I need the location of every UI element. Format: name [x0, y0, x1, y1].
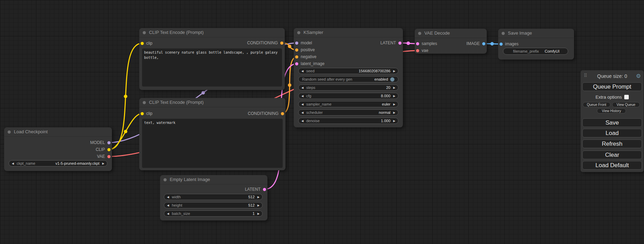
- clip-link-positive-midpoint-dot: [124, 95, 127, 98]
- node-save-image[interactable]: Save Image images filename_prefixComfyUI: [498, 29, 574, 60]
- input-slot-model[interactable]: model: [294, 40, 312, 45]
- denoise-widget[interactable]: ◀denoise1.000▶: [298, 118, 398, 124]
- input-slot-negative[interactable]: negative: [294, 54, 316, 59]
- clear-button[interactable]: Clear: [582, 151, 642, 159]
- image-port-icon[interactable]: [482, 42, 485, 45]
- comfyui-canvas[interactable]: { "colors": { "model": "#B39DDB", "clip"…: [0, 0, 644, 244]
- decrement-arrow-icon[interactable]: ◀: [9, 162, 17, 165]
- negative-prompt-textarea[interactable]: text, watermark: [142, 119, 283, 168]
- view-queue-button[interactable]: View Queue: [612, 102, 640, 107]
- cfg-widget[interactable]: ◀cfg8.000▶: [298, 93, 398, 99]
- queue-front-button[interactable]: Queue Front: [583, 102, 610, 107]
- input-slot-clip[interactable]: clip: [139, 111, 152, 116]
- decrement-arrow-icon[interactable]: ◀: [299, 111, 306, 114]
- load-button[interactable]: Load: [582, 129, 642, 137]
- increment-arrow-icon[interactable]: ▶: [390, 111, 398, 114]
- output-slot-latent[interactable]: LATENT: [380, 40, 403, 45]
- input-slot-positive[interactable]: positive: [294, 47, 315, 52]
- increment-arrow-icon[interactable]: ▶: [99, 162, 107, 165]
- increment-arrow-icon[interactable]: ▶: [390, 70, 398, 73]
- width-widget[interactable]: ◀width512▶: [164, 194, 263, 200]
- node-empty-latent-image[interactable]: Empty Latent Image LATENT ◀width512▶ ◀he…: [160, 175, 267, 220]
- filename-prefix-widget[interactable]: filename_prefixComfyUI: [503, 48, 568, 55]
- batch-size-widget[interactable]: ◀batch_size1▶: [164, 210, 263, 217]
- increment-arrow-icon[interactable]: ▶: [255, 204, 262, 207]
- ckpt-name-widget[interactable]: ◀ckpt_namev1-5-pruned-emaonly.ckpt▶: [9, 160, 107, 166]
- conditioning-port-icon[interactable]: [280, 42, 283, 45]
- increment-arrow-icon[interactable]: ▶: [390, 119, 398, 123]
- collapse-dot-icon[interactable]: [502, 32, 505, 35]
- conditioning-port-icon[interactable]: [281, 112, 284, 115]
- latent-port-icon[interactable]: [295, 62, 298, 65]
- seed-widget[interactable]: ◀seed156680208700286▶: [298, 68, 398, 74]
- output-slot-model[interactable]: MODEL: [90, 140, 112, 145]
- output-slot-latent[interactable]: LATENT: [245, 187, 267, 192]
- queue-size-label: Queue size: 0: [581, 73, 644, 79]
- random-seed-toggle[interactable]: Random seed after every genenabled: [298, 76, 398, 82]
- input-slot-vae[interactable]: vae: [415, 48, 428, 53]
- collapse-dot-icon[interactable]: [8, 130, 11, 134]
- load-default-button[interactable]: Load Default: [582, 161, 642, 170]
- output-slot-vae[interactable]: VAE: [97, 154, 112, 159]
- node-ksampler[interactable]: KSampler model positive negative latent_…: [294, 28, 403, 127]
- output-slot-conditioning[interactable]: CONDITIONING: [247, 40, 285, 45]
- input-slot-images[interactable]: images: [498, 42, 519, 46]
- output-slot-clip[interactable]: CLIP: [96, 147, 112, 152]
- clip-port-icon[interactable]: [141, 112, 144, 115]
- decrement-arrow-icon[interactable]: ◀: [299, 103, 306, 106]
- collapse-dot-icon[interactable]: [143, 101, 146, 104]
- settings-gear-icon[interactable]: ⚙: [636, 73, 641, 79]
- increment-arrow-icon[interactable]: ▶: [390, 103, 398, 106]
- queue-prompt-button[interactable]: Queue Prompt: [582, 82, 642, 91]
- decrement-arrow-icon[interactable]: ◀: [164, 204, 172, 207]
- collapse-dot-icon[interactable]: [418, 32, 421, 35]
- node-clip-text-encode-negative[interactable]: CLIP Text Encode (Prompt) clip CONDITION…: [139, 98, 285, 170]
- steps-widget[interactable]: ◀steps20▶: [298, 84, 398, 91]
- model-port-icon[interactable]: [107, 141, 111, 144]
- node-title: CLIP Text Encode (Prompt): [149, 100, 204, 105]
- toggle-knob-icon[interactable]: [390, 77, 395, 82]
- decrement-arrow-icon[interactable]: ◀: [299, 86, 306, 89]
- input-slot-latent-image[interactable]: latent_image: [294, 61, 325, 66]
- sampler-name-widget[interactable]: ◀sampler_nameeuler▶: [298, 101, 398, 107]
- collapse-dot-icon[interactable]: [143, 31, 146, 34]
- decrement-arrow-icon[interactable]: ◀: [299, 94, 306, 98]
- increment-arrow-icon[interactable]: ▶: [255, 212, 262, 215]
- node-clip-text-encode-positive[interactable]: CLIP Text Encode (Prompt) clip CONDITION…: [139, 28, 285, 90]
- scheduler-widget[interactable]: ◀schedulernormal▶: [298, 109, 398, 116]
- queue-panel[interactable]: ⠿ Queue size: 0 ⚙ Queue Prompt Extra opt…: [581, 70, 644, 172]
- output-slot-image[interactable]: IMAGE: [466, 41, 487, 46]
- collapse-dot-icon[interactable]: [297, 31, 300, 34]
- clip-port-icon[interactable]: [107, 148, 111, 151]
- decrement-arrow-icon[interactable]: ◀: [299, 70, 306, 73]
- decrement-arrow-icon[interactable]: ◀: [164, 196, 172, 199]
- output-slot-conditioning[interactable]: CONDITIONING: [248, 111, 285, 116]
- conditioning-port-icon[interactable]: [295, 48, 298, 52]
- extra-options-checkbox[interactable]: [624, 95, 629, 99]
- clip-link-negative-midpoint-dot: [124, 130, 127, 133]
- conditioning-port-icon[interactable]: [295, 55, 298, 58]
- increment-arrow-icon[interactable]: ▶: [390, 86, 398, 89]
- save-button[interactable]: Save: [582, 118, 642, 127]
- increment-arrow-icon[interactable]: ▶: [390, 94, 398, 98]
- height-widget[interactable]: ◀height512▶: [164, 202, 263, 208]
- increment-arrow-icon[interactable]: ▶: [255, 196, 262, 199]
- refresh-button[interactable]: Refresh: [582, 139, 642, 148]
- node-load-checkpoint[interactable]: Load Checkpoint MODEL CLIP VAE ◀ckpt_nam…: [4, 127, 112, 171]
- model-port-icon[interactable]: [295, 42, 298, 45]
- collapse-dot-icon[interactable]: [164, 178, 167, 181]
- positive-prompt-textarea[interactable]: beautiful scenery nature glass bottle la…: [142, 48, 282, 87]
- node-vae-decode[interactable]: VAE Decode samples vae IMAGE: [415, 29, 487, 54]
- latent-port-icon[interactable]: [398, 42, 402, 45]
- decrement-arrow-icon[interactable]: ◀: [299, 119, 306, 123]
- view-history-button[interactable]: View History: [597, 108, 626, 114]
- input-slot-samples[interactable]: samples: [415, 41, 437, 46]
- image-port-icon[interactable]: [500, 43, 503, 46]
- decrement-arrow-icon[interactable]: ◀: [164, 212, 172, 215]
- vae-port-icon[interactable]: [416, 49, 419, 52]
- input-slot-clip[interactable]: clip: [139, 41, 152, 46]
- clip-port-icon[interactable]: [141, 42, 144, 45]
- latent-port-icon[interactable]: [416, 42, 419, 45]
- vae-port-icon[interactable]: [107, 155, 111, 158]
- latent-port-icon[interactable]: [263, 188, 266, 191]
